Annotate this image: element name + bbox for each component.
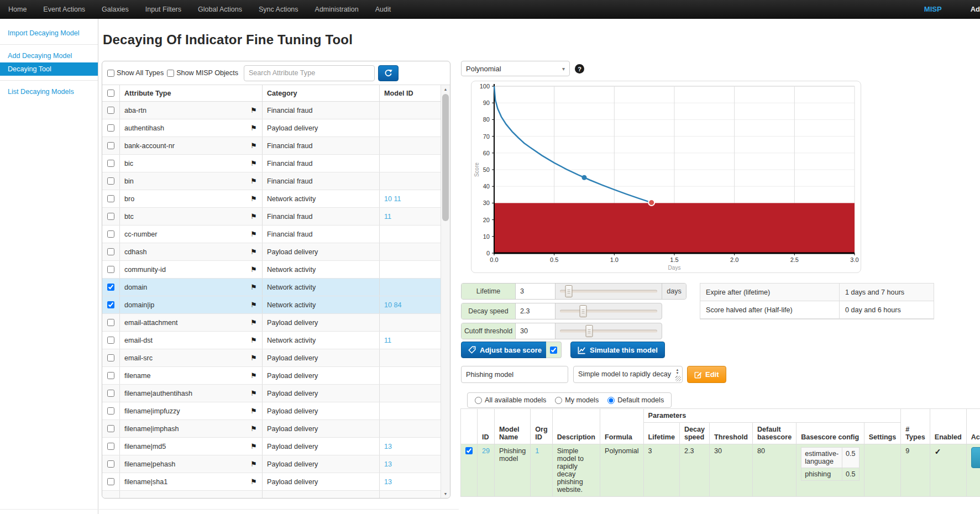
row-checkbox[interactable] (107, 301, 114, 308)
row-checkbox[interactable] (107, 478, 114, 485)
adjust-base-score-checkbox[interactable] (550, 347, 557, 354)
cutoff-threshold-input[interactable] (516, 323, 555, 339)
model-filter-radio[interactable] (475, 397, 482, 404)
model-id-links[interactable] (380, 402, 441, 419)
table-row[interactable]: email-src Payload delivery (102, 349, 441, 367)
table-row[interactable]: aba-rtn Financial fraud (102, 102, 441, 119)
load-model-button[interactable]: Load model (971, 447, 980, 468)
table-row[interactable]: filename|imphash Payload delivery (102, 420, 441, 438)
formula-select[interactable]: Polynomial (461, 61, 570, 76)
table-row[interactable]: filename|authentihash Payload delivery (102, 385, 441, 402)
row-checkbox[interactable] (107, 443, 114, 450)
model-id-links[interactable] (380, 261, 441, 278)
row-checkbox[interactable] (107, 319, 114, 326)
help-icon[interactable] (575, 64, 584, 74)
table-row[interactable]: filename Payload delivery (102, 367, 441, 385)
edit-button[interactable]: Edit (687, 366, 726, 383)
sidebar-item-list-decaying-models[interactable]: List Decaying Models (0, 85, 98, 98)
model-row[interactable]: 29 Phishing model 1 Simple model to rapi… (461, 444, 980, 497)
lifetime-slider[interactable] (555, 284, 662, 299)
model-id-links[interactable] (380, 243, 441, 260)
navbar-menu-item[interactable]: Global Actions (190, 0, 250, 19)
table-row[interactable]: email-dst Network activity 11 (102, 332, 441, 349)
scrollbar-thumb[interactable] (442, 94, 449, 221)
model-name-input[interactable] (461, 366, 568, 383)
scrollbar-up-arrow-icon[interactable] (441, 85, 450, 93)
row-checkbox[interactable] (107, 284, 114, 291)
table-row[interactable]: filename|sha1 Payload delivery 13 (102, 473, 441, 491)
model-id-links[interactable] (380, 102, 441, 119)
scrollbar-down-arrow-icon[interactable] (441, 490, 450, 498)
model-id-links[interactable] (380, 225, 441, 243)
table-row[interactable]: bic Financial fraud (102, 155, 441, 172)
model-id-links[interactable] (380, 155, 441, 172)
navbar-menu-item[interactable]: Administration (307, 0, 367, 19)
model-id-link[interactable]: 29 (478, 444, 495, 497)
table-row[interactable]: filename|impfuzzy Payload delivery (102, 402, 441, 420)
table-scrollbar[interactable] (441, 85, 450, 498)
table-row[interactable]: cc-number Financial fraud (102, 225, 441, 243)
navbar-menu-item[interactable]: Home (0, 0, 35, 19)
cutoff-threshold-slider[interactable] (555, 323, 662, 339)
table-row[interactable]: bin Financial fraud (102, 172, 441, 190)
show-misp-objects-checkbox-label[interactable]: Show MISP Objects (167, 69, 238, 77)
table-row[interactable]: community-id Network activity (102, 261, 441, 279)
model-description-textarea[interactable]: Simple model to rapidly decay ▲▼ (573, 366, 683, 383)
model-filter-radio[interactable] (607, 397, 615, 404)
table-row[interactable]: bro Network activity 10 11 (102, 190, 441, 208)
decay-speed-slider[interactable] (555, 303, 662, 319)
row-checkbox[interactable] (107, 124, 114, 132)
model-id-links[interactable] (380, 349, 441, 366)
row-checkbox[interactable] (107, 407, 114, 415)
model-id-links[interactable]: 13 (380, 473, 441, 490)
lifetime-input[interactable] (516, 284, 555, 299)
model-filter-radio-option[interactable]: Default models (607, 396, 664, 404)
model-id-links[interactable] (380, 385, 441, 402)
table-row[interactable]: btc Financial fraud 11 (102, 208, 441, 225)
slider-track[interactable] (560, 330, 657, 333)
model-id-links[interactable] (380, 279, 441, 296)
refresh-button[interactable] (378, 65, 399, 81)
show-misp-objects-checkbox[interactable] (167, 70, 174, 77)
row-checkbox[interactable] (107, 107, 114, 114)
model-id-links[interactable]: 11 (380, 208, 441, 225)
model-filter-radio[interactable] (555, 397, 562, 404)
textarea-scroll-arrows-icon[interactable]: ▲▼ (674, 368, 681, 375)
model-checkbox[interactable] (465, 447, 473, 454)
sidebar-item-decaying-tool[interactable]: Decaying Tool (0, 62, 98, 76)
slider-track[interactable] (560, 290, 657, 293)
row-checkbox[interactable] (107, 425, 114, 432)
org-id-link[interactable]: 1 (531, 444, 552, 497)
model-id-links[interactable]: 13 (380, 438, 441, 455)
row-checkbox[interactable] (107, 177, 114, 185)
sidebar-item-import-decaying-model[interactable]: Import Decaying Model (0, 27, 98, 40)
simulate-model-button[interactable]: Simulate this model (570, 342, 665, 358)
row-checkbox[interactable] (107, 460, 114, 468)
row-checkbox[interactable] (107, 337, 114, 344)
decay-chart[interactable]: 01020304050607080901000.00.51.01.52.02.5… (471, 81, 861, 272)
table-row[interactable]: cdhash Payload delivery (102, 243, 441, 261)
table-row[interactable]: domain|ip Network activity 10 84 (102, 296, 441, 314)
navbar-menu-item[interactable]: Audit (367, 0, 400, 19)
model-id-links[interactable] (380, 119, 441, 137)
resize-handle-icon[interactable] (675, 376, 681, 381)
table-row[interactable]: bank-account-nr Financial fraud (102, 137, 441, 155)
slider-track[interactable] (560, 310, 657, 313)
row-checkbox[interactable] (107, 142, 114, 149)
row-checkbox[interactable] (107, 354, 114, 361)
model-id-links[interactable] (380, 367, 441, 384)
model-filter-radio-option[interactable]: All available models (475, 396, 546, 404)
row-checkbox[interactable] (107, 248, 114, 255)
table-row[interactable]: authentihash Payload delivery (102, 119, 441, 137)
decay-speed-input[interactable] (516, 303, 555, 319)
misp-brand-link[interactable]: MISP (912, 5, 954, 13)
show-all-types-checkbox-label[interactable]: Show All Types (107, 69, 164, 77)
row-checkbox[interactable] (107, 390, 114, 397)
model-filter-radio-option[interactable]: My models (555, 396, 599, 404)
navbar-user-link[interactable]: Ad (954, 5, 980, 13)
navbar-menu-item[interactable]: Sync Actions (250, 0, 307, 19)
show-all-types-checkbox[interactable] (107, 70, 114, 77)
model-id-links[interactable] (380, 420, 441, 437)
adjust-base-score-button[interactable]: Adjust base score (461, 342, 549, 358)
model-id-links[interactable] (380, 314, 441, 331)
